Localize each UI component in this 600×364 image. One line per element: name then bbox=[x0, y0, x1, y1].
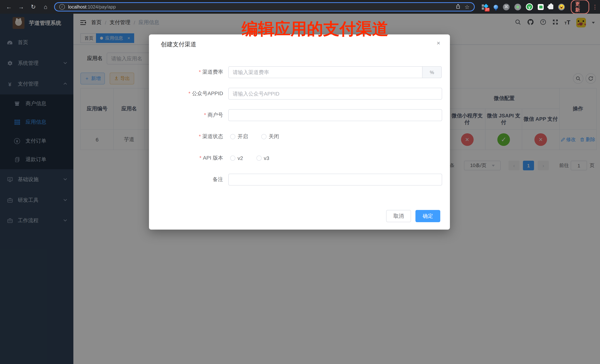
radio-api-v3[interactable]: v3 bbox=[256, 155, 269, 161]
extension-emoji-icon[interactable] bbox=[558, 3, 565, 10]
field-row-api-version: *API 版本 v2 v3 bbox=[149, 152, 450, 164]
appid-input[interactable] bbox=[228, 88, 442, 100]
remark-input[interactable] bbox=[228, 174, 442, 185]
required-asterisk: * bbox=[199, 133, 201, 139]
browser-toolbar: ← → ↻ ⌂ i localhost:1024/pay/app ☆ 10 ⌘ … bbox=[0, 0, 600, 14]
extension-balloon-icon[interactable] bbox=[494, 5, 498, 9]
back-icon[interactable]: ← bbox=[6, 3, 12, 10]
forward-icon[interactable]: → bbox=[18, 3, 24, 10]
radio-label: v2 bbox=[238, 155, 243, 161]
radio-circle-icon bbox=[261, 134, 266, 139]
extension-tabs-icon[interactable]: 10 bbox=[481, 3, 489, 10]
browser-update-button[interactable]: 更新 bbox=[571, 0, 589, 14]
radio-label: 关闭 bbox=[269, 133, 279, 140]
extension-record-icon[interactable] bbox=[514, 3, 521, 10]
create-channel-dialog: 创建支付渠道 × *渠道费率 % *公众号APPID *商户号 *渠道状态 bbox=[149, 35, 450, 230]
radio-status-on[interactable]: 开启 bbox=[230, 133, 248, 140]
radio-label: v3 bbox=[264, 155, 269, 161]
field-row-remark: 备注 bbox=[149, 174, 450, 185]
dialog-title: 创建支付渠道 bbox=[161, 41, 197, 48]
field-row-status: *渠道状态 开启 关闭 bbox=[149, 131, 450, 143]
extension-command-icon[interactable]: ⌘ bbox=[503, 3, 510, 10]
annotation-text: 编辑应用的支付渠道 bbox=[242, 18, 388, 40]
address-bar[interactable]: i localhost:1024/pay/app ☆ bbox=[54, 2, 475, 11]
url-text: localhost:1024/pay/app bbox=[68, 4, 116, 9]
reload-icon[interactable]: ↻ bbox=[30, 3, 37, 10]
confirm-button[interactable]: 确定 bbox=[415, 210, 440, 222]
merchant-input[interactable] bbox=[228, 109, 442, 121]
radio-circle-icon bbox=[230, 134, 235, 139]
field-row-rate: *渠道费率 % bbox=[149, 66, 450, 78]
extension-chat-icon[interactable] bbox=[538, 4, 544, 10]
percent-suffix: % bbox=[422, 66, 442, 78]
bookmark-star-icon[interactable]: ☆ bbox=[465, 3, 469, 10]
required-asterisk: * bbox=[199, 69, 201, 75]
field-label: *商户号 bbox=[149, 112, 223, 118]
field-row-merchant: *商户号 bbox=[149, 109, 450, 121]
radio-circle-icon bbox=[230, 155, 235, 161]
field-label: 备注 bbox=[149, 176, 223, 183]
site-info-icon[interactable]: i bbox=[59, 4, 65, 10]
radio-status-off[interactable]: 关闭 bbox=[261, 133, 279, 140]
required-asterisk: * bbox=[199, 155, 201, 161]
cancel-button[interactable]: 取消 bbox=[386, 210, 411, 222]
radio-api-v2[interactable]: v2 bbox=[230, 155, 243, 161]
field-label: *公众号APPID bbox=[149, 90, 223, 97]
field-label: *渠道费率 bbox=[149, 69, 223, 75]
dialog-close-icon[interactable]: × bbox=[437, 40, 440, 47]
required-asterisk: * bbox=[204, 112, 206, 118]
extensions-puzzle-icon[interactable] bbox=[548, 4, 553, 9]
field-label: *API 版本 bbox=[149, 155, 223, 162]
screenshot-root: ← → ↻ ⌂ i localhost:1024/pay/app ☆ 10 ⌘ … bbox=[0, 0, 600, 364]
field-row-appid: *公众号APPID bbox=[149, 88, 450, 100]
browser-menu-icon[interactable]: ⋮ bbox=[592, 3, 598, 10]
required-asterisk: * bbox=[188, 90, 190, 96]
home-icon[interactable]: ⌂ bbox=[42, 3, 49, 10]
extension-y-icon[interactable]: y bbox=[526, 3, 533, 10]
radio-label: 开启 bbox=[238, 133, 248, 140]
radio-circle-icon bbox=[256, 155, 262, 161]
share-icon[interactable] bbox=[455, 3, 460, 10]
field-label: *渠道状态 bbox=[149, 133, 223, 140]
app-window: 芋道管理系统 首页 系统管理 ¥ 支付管理 商户信息 bbox=[0, 14, 600, 364]
extensions-area: 10 ⌘ y bbox=[481, 3, 565, 10]
rate-input[interactable] bbox=[228, 66, 422, 78]
